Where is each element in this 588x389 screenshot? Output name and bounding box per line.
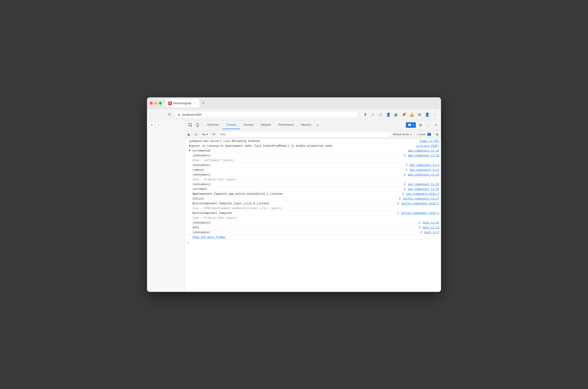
more-tabs-button[interactable]: » xyxy=(315,123,321,127)
window-menu-button[interactable]: ⌄ xyxy=(434,100,438,106)
zoom-in-button[interactable]: + xyxy=(149,122,155,128)
console-line: (anonymous)@ main.js:2 xyxy=(185,230,441,235)
devtools-settings-button[interactable]: ⚙ xyxy=(417,122,424,128)
console-line-text: (anonymous) xyxy=(193,173,404,176)
new-tab-button[interactable]: + xyxy=(200,100,207,106)
chat-icon: 💬 xyxy=(408,123,412,127)
execute-button[interactable]: ▶ xyxy=(186,131,192,137)
tab-elements[interactable]: Elements xyxy=(204,121,223,129)
extension2-icon[interactable]: 👤 xyxy=(385,111,392,118)
console-line-text: (anonymous) xyxy=(193,164,406,167)
console-toolbar: ▶ ⊘ top ▾ 👁 Default levels ▾ 1 Issue: 1 … xyxy=(185,130,441,139)
console-settings-button[interactable]: ⚙ xyxy=(434,131,440,137)
console-line-link[interactable]: app.component.ts:18 xyxy=(408,154,439,157)
tab-title: DemoAngular xyxy=(173,101,192,105)
active-tab[interactable]: A DemoAngular × xyxy=(165,99,199,107)
show-more-link[interactable]: Show 234 more frames xyxy=(193,236,226,239)
console-line-text: Zone — setTimeout (async) xyxy=(193,159,439,162)
device-toolbar-button[interactable] xyxy=(194,122,201,128)
console-line-link[interactable]: main.js:2 xyxy=(424,231,439,234)
console-line: onClick@ button.component.ts:17 xyxy=(185,196,441,201)
bookmark-icon[interactable]: ☆ xyxy=(370,111,376,118)
left-panel: + − xyxy=(147,120,185,292)
forward-button[interactable]: → xyxy=(158,111,164,118)
tab-network[interactable]: Network xyxy=(257,121,275,129)
block-button[interactable]: ⊘ xyxy=(193,131,199,137)
dropdown-arrow-icon: ▾ xyxy=(207,133,208,136)
profile-icon[interactable]: 👤 xyxy=(424,111,430,118)
console-line: [webpack-dev-server] Live Reloading enab… xyxy=(185,139,441,144)
issue-count: 1 xyxy=(427,133,431,136)
console-line-link[interactable]: main.ts:15 xyxy=(423,221,439,225)
devtools-nav-icons xyxy=(185,122,203,128)
context-dropdown[interactable]: top ▾ xyxy=(200,132,210,137)
pin-icon[interactable]: 📌 xyxy=(401,111,407,118)
svg-rect-0 xyxy=(189,123,191,126)
console-line-link[interactable]: core.mjs:25627 xyxy=(416,144,439,148)
devtools-tabs: Elements Console Sources Network Perform… xyxy=(203,121,404,129)
console-line-link[interactable]: main.ts:13 xyxy=(423,226,439,229)
appgrid-icon[interactable]: ⊞ xyxy=(416,111,423,118)
devtools-toolbar: Elements Console Sources Network Perform… xyxy=(185,120,441,130)
console-line: (anonymous)@ main.ts:15 xyxy=(185,221,441,225)
issues-badge[interactable]: 1 Issue: 1 xyxy=(415,132,433,137)
devtools-more-button[interactable]: ⋮ xyxy=(425,122,431,128)
console-line-link[interactable]: button.component.html:1 xyxy=(401,202,439,205)
console-line-text: increment xyxy=(193,188,404,191)
console-line-link[interactable]: index.js:551 xyxy=(420,140,439,143)
console-line-link[interactable]: app.component.ts:4 xyxy=(409,168,439,172)
title-bar-controls: ⌄ xyxy=(434,100,438,106)
url-text: localhost:4200 xyxy=(182,113,201,116)
eye-button[interactable]: 👁 xyxy=(211,131,217,137)
tab-sources[interactable]: Sources xyxy=(240,121,257,129)
console-line: AppComponent_Template_app_button_handleC… xyxy=(185,192,441,196)
console-line-text: onClick xyxy=(193,197,399,200)
console-line: (anonymous)@ app.component.ts:18 xyxy=(185,153,441,158)
zoom-out-button[interactable]: − xyxy=(156,122,162,128)
back-button[interactable]: ← xyxy=(150,111,156,118)
tab-performance[interactable]: Performance xyxy=(275,121,298,129)
console-line-link[interactable]: app.component.ts:15 xyxy=(408,188,439,191)
minimize-traffic-light[interactable] xyxy=(154,102,157,105)
console-line: increment@ app.component.ts:15 xyxy=(185,187,441,192)
reload-button[interactable]: ↻ xyxy=(166,111,173,118)
console-messages-badge[interactable]: 💬 1 xyxy=(406,122,416,128)
extension3-icon[interactable]: 🔊 xyxy=(393,111,399,118)
show-more-frames[interactable]: Show 234 more frames xyxy=(185,235,441,240)
console-line-text: (anonymous) xyxy=(193,231,421,234)
share-icon[interactable]: ⬆ xyxy=(362,111,368,118)
console-line-link[interactable]: app.component.ts:4 xyxy=(409,164,439,167)
devtools-close-button[interactable]: × xyxy=(433,122,439,128)
url-bar[interactable]: 🔒 localhost:4200 xyxy=(174,111,358,118)
console-line-text: (anonymous) xyxy=(193,154,404,157)
console-line-link[interactable]: app.component.html:2 xyxy=(406,193,439,196)
extension1-icon[interactable]: ☺ xyxy=(377,111,384,118)
filter-input[interactable] xyxy=(218,131,390,137)
tab-bar: A DemoAngular × + xyxy=(165,99,432,107)
notifications-icon[interactable]: 🔔 xyxy=(409,111,415,118)
console-line-link[interactable]: app.component.ts:18 xyxy=(408,149,439,152)
tab-close-button[interactable]: × xyxy=(193,101,196,105)
console-line: (anonymous)@ app.component.ts:4 xyxy=(185,163,441,168)
console-line-link[interactable]: app.component.ts:16 xyxy=(408,183,439,186)
traffic-lights xyxy=(150,102,162,105)
console-line-text: 4431 xyxy=(193,226,419,229)
console-line-link[interactable]: button.component.ts:17 xyxy=(403,197,439,200)
console-line-link[interactable]: app.component.ts:16 xyxy=(408,173,439,176)
main-content: + − xyxy=(147,120,441,292)
devtools-panel: Elements Console Sources Network Perform… xyxy=(185,120,441,292)
tab-console[interactable]: Console xyxy=(223,121,240,129)
console-content[interactable]: [webpack-dev-server] Live Reloading enab… xyxy=(185,139,441,292)
console-line: Zone — Promise.then (async) xyxy=(185,216,441,221)
more-icon[interactable]: ⋮ xyxy=(432,111,438,118)
console-line-text: Angular is running in development mode. … xyxy=(189,144,414,148)
console-line: ButtonComponent_Template_input_click_0_l… xyxy=(185,201,441,206)
console-line-link[interactable]: button.component.html:1 xyxy=(401,212,439,215)
inspect-element-button[interactable] xyxy=(187,122,194,128)
close-traffic-light[interactable] xyxy=(150,102,153,105)
default-levels-dropdown[interactable]: Default levels ▾ xyxy=(391,132,414,137)
console-prompt: > xyxy=(185,240,441,245)
console-line: Zone — Promise.then (async) xyxy=(185,177,441,182)
maximize-traffic-light[interactable] xyxy=(159,102,162,105)
tab-memory[interactable]: Memory xyxy=(298,121,315,129)
